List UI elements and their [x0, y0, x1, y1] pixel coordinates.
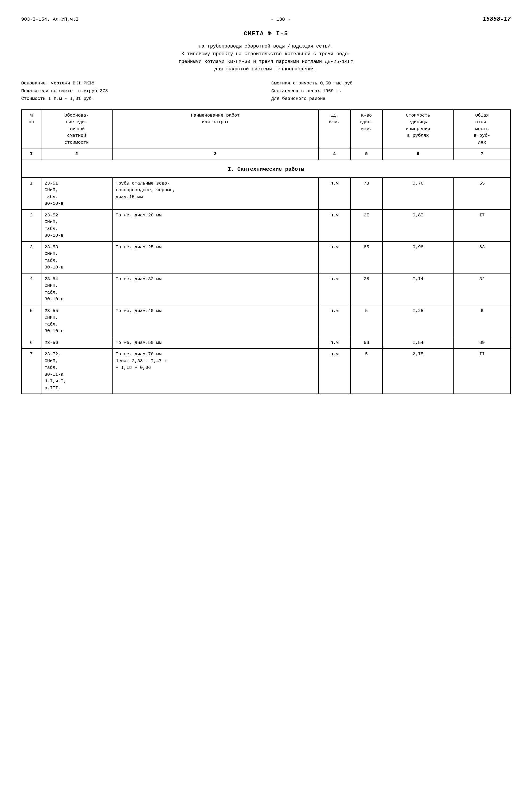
col-num-3: 3 — [112, 148, 319, 160]
row3-unit: п.м — [319, 241, 351, 273]
row5-name: То же, диам.40 мм — [112, 305, 319, 337]
meta-right-line3: для базисного района — [271, 95, 511, 103]
row6-qty: 58 — [350, 337, 383, 349]
row4-num: 4 — [22, 273, 41, 305]
row5-num: 5 — [22, 305, 41, 337]
table-row: I 23-5IСНиП,табл.30-10-в Трубы стальные … — [22, 178, 510, 209]
row4-unit: п.м — [319, 273, 351, 305]
row1-unit: п.м — [319, 178, 351, 209]
row2-base: 23-52СНиП,табл.30-10-в — [41, 209, 112, 241]
row3-qty: 85 — [350, 241, 383, 273]
row7-unit: п.м — [319, 348, 351, 394]
col-num-I: I — [22, 148, 41, 160]
subtitle-line-3: грейными котлами КВ-ГМ-30 и тремя паровы… — [21, 58, 511, 66]
document-title: СМЕТА № I-5 — [21, 30, 511, 37]
row4-base: 23-54СНиП,табл.30-10-в — [41, 273, 112, 305]
meta-left-line3: Стоимость I п.м - I,81 руб. — [21, 95, 261, 103]
table-row: 5 23-55СНиП,табл.30-10-в То же, диам.40 … — [22, 305, 510, 337]
col-num-2: 2 — [41, 148, 112, 160]
header-doc-num: 15858-17 — [483, 16, 511, 23]
row7-base: 23-72,СНиП,табл.30-II-аЦ.I,ч.I,р.III, — [41, 348, 112, 394]
row3-name: То же, диам.25 мм — [112, 241, 319, 273]
subtitle-line-4: для закрытой системы теплоснабжения. — [21, 65, 511, 73]
meta-left-line2: Показатели по смете: п.мтруб-278 — [21, 87, 261, 95]
row4-name: То же, диам.32 мм — [112, 273, 319, 305]
section-title: I. Сантехнические работы — [22, 160, 510, 178]
col-num-7: 7 — [454, 148, 510, 160]
row6-name: То же, диам.50 мм — [112, 337, 319, 349]
row5-qty: 5 — [350, 305, 383, 337]
row1-name: Трубы стальные водо-газопроводные, чёрны… — [112, 178, 319, 209]
row4-qty: 28 — [350, 273, 383, 305]
row1-num: I — [22, 178, 41, 209]
col-num-4: 4 — [319, 148, 351, 160]
col-header-num: №пп — [22, 110, 41, 148]
row3-total: 83 — [454, 241, 510, 273]
row6-num: 6 — [22, 337, 41, 349]
table-number-row: I 2 3 4 5 6 7 — [22, 148, 510, 160]
row7-qty: 5 — [350, 348, 383, 394]
row6-total: 89 — [454, 337, 510, 349]
col-header-total: Общаястои-мостьв руб-лях — [454, 110, 510, 148]
row6-base: 23-56 — [41, 337, 112, 349]
row2-qty: 2I — [350, 209, 383, 241]
table-row: 4 23-54СНиП,табл.30-10-в То же, диам.32 … — [22, 273, 510, 305]
row5-unit: п.м — [319, 305, 351, 337]
subtitle-block: на трубопроводы оборотной воды /подающая… — [21, 43, 511, 73]
row5-price: I,25 — [383, 305, 454, 337]
col-header-base: Обоснова-ние еди-ничнойсметнойстоимости — [41, 110, 112, 148]
row3-price: 0,98 — [383, 241, 454, 273]
table-row: 7 23-72,СНиП,табл.30-II-аЦ.I,ч.I,р.III, … — [22, 348, 510, 394]
meta-left-line1: Основание: чертежи ВКI÷РКI8 — [21, 80, 261, 87]
meta-right: Сметная стоимость 0,50 тыс.руб Составлен… — [261, 80, 511, 103]
table-row: 6 23-56 То же, диам.50 мм п.м 58 I,54 89 — [22, 337, 510, 349]
row7-name: То же, диам.70 ммЦена: 2,38 - I,47 ++ I,… — [112, 348, 319, 394]
main-table: №пп Обоснова-ние еди-ничнойсметнойстоимо… — [21, 109, 511, 394]
row4-total: 32 — [454, 273, 510, 305]
meta-section: Основание: чертежи ВКI÷РКI8 Показатели п… — [21, 80, 511, 103]
row1-price: 0,76 — [383, 178, 454, 209]
row5-base: 23-55СНиП,табл.30-10-в — [41, 305, 112, 337]
row2-num: 2 — [22, 209, 41, 241]
row7-total: II — [454, 348, 510, 394]
row2-total: I7 — [454, 209, 510, 241]
title-section: СМЕТА № I-5 — [21, 30, 511, 37]
row7-num: 7 — [22, 348, 41, 394]
col-num-6: 6 — [383, 148, 454, 160]
row3-num: 3 — [22, 241, 41, 273]
meta-left: Основание: чертежи ВКI÷РКI8 Показатели п… — [21, 80, 261, 103]
row1-total: 55 — [454, 178, 510, 209]
row2-name: То же, диам.20 мм — [112, 209, 319, 241]
meta-right-line1: Сметная стоимость 0,50 тыс.руб — [271, 80, 511, 87]
row2-price: 0,8I — [383, 209, 454, 241]
row6-unit: п.м — [319, 337, 351, 349]
row1-base: 23-5IСНиП,табл.30-10-в — [41, 178, 112, 209]
row4-price: I,I4 — [383, 273, 454, 305]
col-header-qty: К-воедин.изм. — [350, 110, 383, 148]
header-doc-ref: 903-I-154. Ал.УП,ч.I — [21, 17, 78, 22]
page-header: 903-I-154. Ал.УП,ч.I - 138 - 15858-17 — [21, 16, 511, 23]
row2-unit: п.м — [319, 209, 351, 241]
col-num-5: 5 — [350, 148, 383, 160]
row6-price: I,54 — [383, 337, 454, 349]
row3-base: 23-53СНиП,табл.30-10-в — [41, 241, 112, 273]
col-header-unit: Ед.изм. — [319, 110, 351, 148]
table-row: 2 23-52СНиП,табл.30-10-в То же, диам.20 … — [22, 209, 510, 241]
subtitle-line-1: на трубопроводы оборотной воды /подающая… — [21, 43, 511, 50]
header-page-num: - 138 - — [271, 17, 291, 22]
col-header-name: Наименование работили затрат — [112, 110, 319, 148]
table-header-row: №пп Обоснова-ние еди-ничнойсметнойстоимо… — [22, 110, 510, 148]
row7-price: 2,I5 — [383, 348, 454, 394]
col-header-price: Стоимостьединицыизмеренияв рублях — [383, 110, 454, 148]
meta-right-line2: Составлена в ценах 1969 г. — [271, 87, 511, 95]
row1-qty: 73 — [350, 178, 383, 209]
section-title-row: I. Сантехнические работы — [22, 160, 510, 178]
row5-total: 6 — [454, 305, 510, 337]
table-row: 3 23-53СНиП,табл.30-10-в То же, диам.25 … — [22, 241, 510, 273]
subtitle-line-2: К типовому проекту на строительство коте… — [21, 50, 511, 58]
